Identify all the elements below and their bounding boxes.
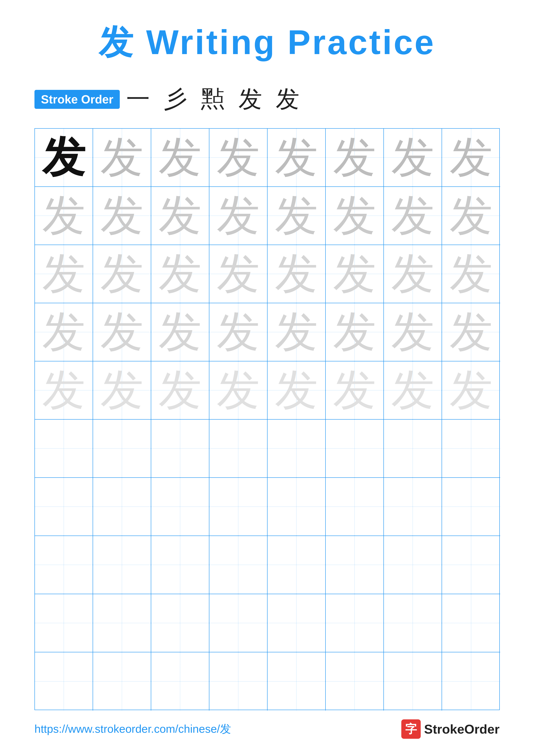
- grid-cell[interactable]: 发: [35, 129, 93, 187]
- grid-cell[interactable]: 发: [209, 362, 267, 419]
- grid-cell[interactable]: 发: [326, 187, 384, 245]
- grid-cell[interactable]: 发: [326, 245, 384, 303]
- char-light: 发: [275, 194, 318, 237]
- grid-cell[interactable]: [384, 594, 442, 652]
- grid-cell[interactable]: [384, 478, 442, 536]
- grid-cell[interactable]: [326, 478, 384, 536]
- grid-cell[interactable]: [442, 419, 500, 478]
- grid-cell[interactable]: 发: [209, 303, 267, 362]
- grid-cell[interactable]: [151, 536, 209, 594]
- grid-cell[interactable]: [267, 536, 326, 594]
- grid-cell[interactable]: 发: [326, 129, 384, 187]
- grid-cell[interactable]: 发: [384, 129, 442, 187]
- grid-cell[interactable]: 发: [93, 187, 151, 245]
- grid-cell[interactable]: [35, 594, 93, 652]
- grid-cell[interactable]: 发: [151, 129, 209, 187]
- grid-cell[interactable]: 发: [93, 245, 151, 303]
- grid-cell[interactable]: [267, 478, 326, 536]
- title-char: 发: [99, 23, 135, 62]
- grid-cell[interactable]: 发: [151, 362, 209, 419]
- char-light: 发: [42, 310, 85, 354]
- grid-cell[interactable]: 发: [384, 303, 442, 362]
- grid-cell[interactable]: 发: [267, 303, 326, 362]
- char-light: 发: [449, 194, 493, 237]
- grid-cell[interactable]: 发: [93, 362, 151, 419]
- grid-cell[interactable]: [209, 652, 267, 711]
- char-light: 发: [42, 194, 85, 237]
- page-title: 发 Writing Practice: [99, 19, 436, 66]
- grid-cell[interactable]: 发: [267, 362, 326, 419]
- footer: https://www.strokeorder.com/chinese/发 字 …: [0, 719, 534, 739]
- grid-cell[interactable]: 发: [442, 303, 500, 362]
- char-light: 发: [449, 252, 493, 295]
- grid-cell[interactable]: [151, 419, 209, 478]
- grid-cell[interactable]: 发: [267, 129, 326, 187]
- stroke-order-chars: 一 彡 㸃 发 发: [126, 83, 303, 115]
- char-light: 发: [275, 252, 318, 295]
- grid-cell[interactable]: [384, 419, 442, 478]
- grid-cell[interactable]: 发: [442, 245, 500, 303]
- grid-cell[interactable]: 发: [151, 245, 209, 303]
- grid-cell[interactable]: [93, 419, 151, 478]
- grid-cell[interactable]: [442, 594, 500, 652]
- grid-cell[interactable]: 发: [209, 129, 267, 187]
- grid-cell[interactable]: 发: [35, 303, 93, 362]
- grid-cell[interactable]: 发: [442, 129, 500, 187]
- stroke-order-row: Stroke Order 一 彡 㸃 发 发: [35, 83, 303, 115]
- stroke-order-badge: Stroke Order: [35, 90, 120, 109]
- grid-cell[interactable]: 发: [151, 187, 209, 245]
- grid-cell[interactable]: [267, 419, 326, 478]
- grid-cell[interactable]: [35, 536, 93, 594]
- footer-logo-text: StrokeOrder: [424, 722, 499, 737]
- grid-cell[interactable]: 发: [442, 362, 500, 419]
- grid-cell[interactable]: [35, 652, 93, 711]
- grid-cell[interactable]: [384, 652, 442, 711]
- grid-cell[interactable]: [93, 478, 151, 536]
- grid-cell[interactable]: [209, 594, 267, 652]
- grid-cell[interactable]: 发: [384, 187, 442, 245]
- grid-cell[interactable]: [93, 536, 151, 594]
- char-light: 发: [449, 310, 493, 354]
- grid-cell[interactable]: 发: [209, 245, 267, 303]
- grid-cell[interactable]: [209, 419, 267, 478]
- grid-cell[interactable]: 发: [35, 187, 93, 245]
- grid-cell[interactable]: 发: [384, 245, 442, 303]
- grid-cell[interactable]: 发: [35, 362, 93, 419]
- grid-cell[interactable]: 发: [326, 303, 384, 362]
- grid-cell[interactable]: [442, 536, 500, 594]
- grid-cell[interactable]: [151, 478, 209, 536]
- char-light: 发: [42, 252, 85, 295]
- grid-cell[interactable]: 发: [35, 245, 93, 303]
- footer-url[interactable]: https://www.strokeorder.com/chinese/发: [35, 721, 231, 737]
- char-light: 发: [159, 194, 202, 237]
- grid-cell[interactable]: 发: [384, 362, 442, 419]
- grid-cell[interactable]: [151, 652, 209, 711]
- grid-cell[interactable]: [151, 594, 209, 652]
- grid-cell[interactable]: 发: [267, 187, 326, 245]
- grid-cell[interactable]: [326, 419, 384, 478]
- grid-cell[interactable]: [93, 652, 151, 711]
- footer-logo-icon: 字: [401, 719, 421, 739]
- grid-cell[interactable]: [93, 594, 151, 652]
- char-dark: 发: [42, 136, 85, 179]
- grid-cell[interactable]: [326, 594, 384, 652]
- grid-cell[interactable]: 发: [326, 362, 384, 419]
- grid-cell[interactable]: [326, 536, 384, 594]
- grid-cell[interactable]: 发: [267, 245, 326, 303]
- grid-cell[interactable]: [442, 652, 500, 711]
- grid-cell[interactable]: 发: [93, 129, 151, 187]
- grid-cell[interactable]: [209, 478, 267, 536]
- grid-cell[interactable]: 发: [151, 303, 209, 362]
- practice-grid: 发 发 发 发 发 发 发 发 发 发 发 发 发 发 发 发 发 发 发 发 …: [35, 128, 500, 710]
- grid-cell[interactable]: 发: [209, 187, 267, 245]
- grid-cell[interactable]: [267, 652, 326, 711]
- grid-cell[interactable]: [35, 419, 93, 478]
- grid-cell[interactable]: 发: [93, 303, 151, 362]
- grid-cell[interactable]: [326, 652, 384, 711]
- grid-cell[interactable]: [35, 478, 93, 536]
- grid-cell[interactable]: [442, 478, 500, 536]
- grid-cell[interactable]: [267, 594, 326, 652]
- grid-cell[interactable]: [384, 536, 442, 594]
- grid-cell[interactable]: [209, 536, 267, 594]
- grid-cell[interactable]: 发: [442, 187, 500, 245]
